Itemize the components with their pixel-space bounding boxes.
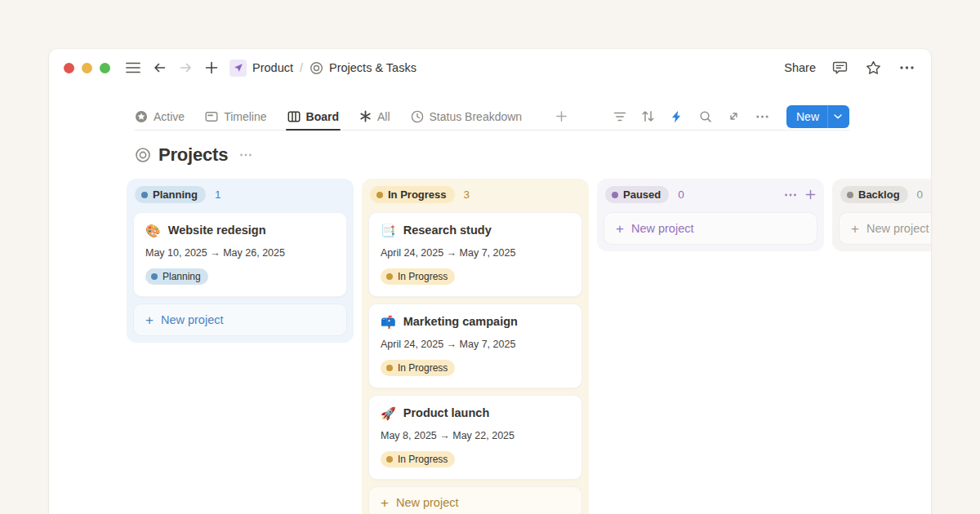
chevron-down-icon[interactable] [827, 105, 849, 128]
status-dot [386, 365, 393, 371]
column-more-icon[interactable] [785, 193, 796, 197]
view-actions: New [612, 105, 849, 128]
card-status-badge: In Progress [381, 451, 455, 467]
status-dot [612, 192, 618, 198]
sort-icon[interactable] [640, 109, 657, 125]
project-card-product-launch[interactable]: 🚀 Product launch May 8, 2025 → May 22, 2… [368, 395, 582, 480]
status-dot [847, 192, 853, 198]
column-header: In Progress 3 [368, 185, 582, 203]
minimize-window-button[interactable] [82, 63, 92, 73]
status-dot [141, 192, 148, 198]
status-chip-backlog[interactable]: Backlog [840, 186, 908, 203]
column-backlog: Backlog 0 + New project [832, 179, 931, 251]
status-chip-planning[interactable]: Planning [135, 186, 206, 203]
column-count: 0 [917, 188, 924, 201]
page-title-row: Projects [135, 142, 849, 168]
topbar: Product / Projects & Tasks Share [49, 49, 931, 86]
search-icon[interactable] [697, 109, 714, 125]
plus-icon: + [616, 222, 624, 236]
bookmark-tabs-emoji-icon: 📑 [381, 224, 396, 237]
status-chip-in-progress[interactable]: In Progress [370, 186, 455, 203]
automations-lightning-icon[interactable] [669, 109, 685, 125]
more-options-icon[interactable] [897, 58, 916, 78]
zoom-window-button[interactable] [100, 63, 110, 73]
view-tabs: Active Timeline Board All [135, 103, 568, 130]
projects-target-icon [135, 147, 151, 163]
column-count: 0 [678, 188, 684, 201]
status-chip-paused[interactable]: Paused [605, 186, 669, 203]
status-dot [376, 192, 383, 198]
view-bar: Active Timeline Board All [135, 103, 849, 131]
new-button[interactable]: New [786, 105, 849, 128]
share-button[interactable]: Share [784, 61, 816, 74]
project-card-website-redesign[interactable]: 🎨 Website redesign May 10, 2025 → May 26… [133, 212, 347, 297]
close-window-button[interactable] [64, 63, 74, 73]
page-title: Projects [158, 144, 228, 166]
new-button-label[interactable]: New [786, 105, 827, 128]
workspace-icon [229, 60, 247, 77]
breadcrumb-workspace[interactable]: Product [252, 61, 293, 74]
status-dot [386, 273, 393, 280]
rocket-emoji-icon: 🚀 [381, 407, 396, 419]
add-view-icon[interactable] [555, 110, 568, 122]
plus-icon: + [851, 222, 859, 236]
status-dot [151, 273, 158, 280]
column-count: 1 [215, 188, 221, 201]
sidebar-toggle-icon[interactable] [123, 58, 143, 78]
column-header: Planning 1 [133, 185, 347, 203]
new-project-button[interactable]: + New project [839, 212, 931, 245]
app-window: Product / Projects & Tasks Share [49, 49, 931, 514]
status-dot [386, 456, 393, 463]
project-card-marketing-campaign[interactable]: 📫 Marketing campaign April 24, 2025 → Ma… [368, 304, 582, 388]
new-page-icon[interactable] [202, 58, 221, 78]
plus-icon: + [381, 496, 389, 510]
mailbox-emoji-icon: 📫 [381, 316, 396, 328]
filter-icon[interactable] [612, 109, 628, 125]
card-status-badge: In Progress [381, 360, 455, 376]
asterisk-icon [359, 110, 372, 122]
breadcrumb: Product / Projects & Tasks [229, 60, 416, 77]
new-project-button[interactable]: + New project [133, 304, 347, 336]
breadcrumb-page[interactable]: Projects & Tasks [329, 61, 416, 74]
back-icon[interactable] [149, 58, 169, 78]
target-icon [310, 61, 323, 75]
new-project-button[interactable]: + New project [604, 212, 817, 245]
tab-board[interactable]: Board [287, 103, 339, 130]
new-project-button[interactable]: + New project [368, 486, 582, 514]
card-title: Website redesign [168, 224, 266, 237]
clock-icon [411, 110, 424, 123]
card-title: Product launch [403, 406, 490, 419]
breadcrumb-separator: / [299, 61, 304, 74]
card-title: Research study [403, 224, 492, 237]
tab-timeline[interactable]: Timeline [205, 103, 266, 130]
plus-icon: + [145, 313, 154, 327]
tab-all[interactable]: All [359, 103, 390, 130]
card-title: Marketing campaign [403, 315, 518, 328]
comments-icon[interactable] [830, 58, 849, 78]
card-date-range: April 24, 2025 → May 7, 2025 [381, 247, 570, 259]
kanban-board: Planning 1 🎨 Website redesign May 10, 20… [49, 179, 931, 514]
favorite-star-icon[interactable] [863, 58, 883, 78]
card-status-badge: In Progress [381, 268, 455, 285]
window-controls [64, 63, 110, 73]
card-date-range: May 10, 2025 → May 26, 2025 [145, 247, 335, 259]
column-planning: Planning 1 🎨 Website redesign May 10, 20… [127, 179, 354, 343]
card-date-range: April 24, 2025 → May 7, 2025 [381, 339, 570, 350]
project-card-research-study[interactable]: 📑 Research study April 24, 2025 → May 7,… [368, 212, 582, 297]
star-circle-icon [135, 110, 148, 123]
tab-status-breakdown[interactable]: Status Breakdown [411, 103, 523, 130]
board-icon [287, 110, 301, 123]
column-header: Paused 0 [604, 185, 817, 203]
column-paused: Paused 0 + New project [597, 179, 824, 251]
column-count: 3 [464, 188, 470, 201]
column-in-progress: In Progress 3 📑 Research study April 24,… [362, 179, 589, 514]
view-more-icon[interactable] [755, 109, 771, 125]
tab-active[interactable]: Active [135, 103, 185, 130]
timeline-icon [205, 110, 218, 123]
expand-icon[interactable] [726, 109, 742, 125]
forward-icon[interactable] [176, 58, 195, 78]
column-add-icon[interactable] [805, 189, 816, 200]
card-status-badge: Planning [145, 268, 208, 285]
title-more-icon[interactable] [240, 153, 252, 157]
palette-emoji-icon: 🎨 [145, 224, 161, 237]
